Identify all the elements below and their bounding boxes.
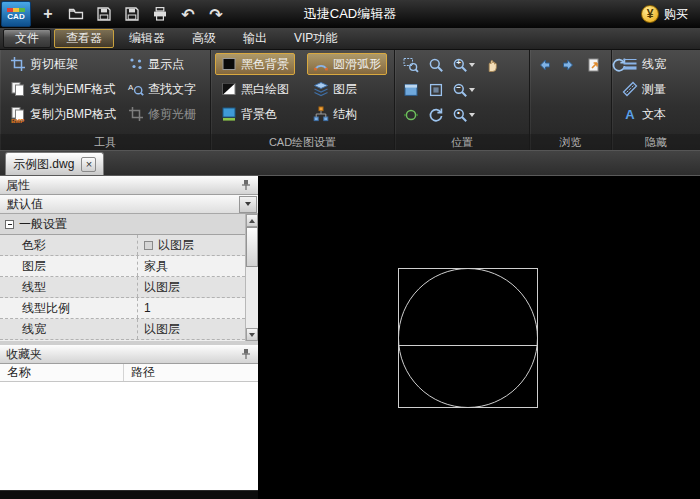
property-value[interactable]: 以图层	[138, 235, 245, 255]
black-background-button[interactable]: 黑色背景	[215, 53, 295, 75]
forward-button[interactable]	[557, 53, 580, 76]
text-a-icon: A	[622, 106, 638, 122]
drawing-canvas[interactable]	[258, 176, 700, 499]
chevron-up-icon	[249, 219, 255, 223]
favorites-list[interactable]	[0, 382, 258, 490]
menu-tab-viewer[interactable]: 查看器	[54, 29, 114, 48]
table-row[interactable]: 线型 以图层	[0, 277, 245, 298]
document-tab[interactable]: 示例图.dwg ×	[5, 152, 104, 175]
forward-arrow-icon	[561, 57, 577, 73]
show-points-button[interactable]: 显示点	[122, 53, 202, 75]
bylayer-checkbox[interactable]	[144, 241, 153, 250]
drawn-circle	[399, 269, 538, 408]
back-arrow-icon	[536, 57, 552, 73]
property-name: 色彩	[0, 235, 138, 255]
refresh-icon	[428, 107, 444, 123]
table-row[interactable]: 图层 家具	[0, 256, 245, 277]
column-header-name[interactable]: 名称	[0, 364, 124, 381]
pin-icon[interactable]	[240, 179, 252, 191]
table-row[interactable]: 线型比例 1	[0, 298, 245, 319]
bw-drawing-button[interactable]: 黑白绘图	[215, 78, 295, 100]
menu-tab-bar: 文件 查看器 编辑器 高级 输出 VIP功能	[0, 28, 700, 50]
tools-group-label: 工具	[0, 134, 210, 150]
scrollbar-thumb[interactable]	[246, 227, 258, 267]
property-value[interactable]: 以图层	[138, 277, 245, 297]
property-value[interactable]: 家具	[138, 256, 245, 276]
hide-content: 线宽 测量 A 文本	[612, 50, 700, 134]
find-text-button[interactable]: A 查找文字	[122, 78, 202, 100]
trim-raster-button: 修剪光栅	[122, 103, 202, 125]
save-button[interactable]	[90, 2, 118, 26]
find-text-icon: A	[128, 81, 144, 97]
ribbon-group-browse: 浏览	[530, 50, 612, 150]
structure-label: 结构	[333, 106, 357, 123]
text-button[interactable]: A 文本	[616, 103, 672, 125]
chevron-down-icon	[469, 113, 475, 117]
collapse-icon[interactable]	[5, 220, 14, 229]
vertical-scrollbar[interactable]	[245, 214, 258, 341]
zoom-extents-split-button[interactable]: •	[449, 106, 478, 124]
background-color-button[interactable]: 背景色	[215, 103, 295, 125]
bottom-bar	[0, 490, 258, 499]
find-text-label: 查找文字	[148, 81, 196, 98]
structure-button[interactable]: 结构	[307, 103, 387, 125]
pan-button[interactable]	[480, 53, 503, 76]
zoom-box-button[interactable]	[424, 78, 447, 101]
close-tab-button[interactable]: ×	[81, 157, 96, 172]
back-button[interactable]	[532, 53, 555, 76]
menu-tab-advanced[interactable]: 高级	[180, 29, 228, 48]
property-grid: 一般设置 色彩 以图层 图层 家具 线型 以图层 线型比例 1 线宽 以图层	[0, 214, 258, 341]
smooth-arc-button[interactable]: 圆滑弧形	[307, 53, 387, 75]
save-as-icon	[124, 6, 140, 22]
zoom-in-split-button[interactable]: +	[449, 56, 478, 74]
line-width-button[interactable]: 线宽	[616, 53, 672, 75]
crop-frame-button[interactable]: 剪切框架	[4, 53, 122, 75]
black-background-label: 黑色背景	[241, 56, 289, 73]
table-row[interactable]: 线宽 以图层	[0, 319, 245, 340]
property-value[interactable]: 1	[138, 298, 245, 318]
properties-title: 属性	[6, 177, 30, 194]
measure-button[interactable]: 测量	[616, 78, 672, 100]
copy-emf-icon	[10, 81, 26, 97]
table-row[interactable]: 色彩 以图层	[0, 235, 245, 256]
orbit-button[interactable]	[399, 103, 422, 126]
menu-tab-file[interactable]: 文件	[3, 29, 51, 48]
column-header-path[interactable]: 路径	[124, 364, 258, 381]
pin-icon[interactable]	[240, 348, 252, 360]
zoom-dynamic-button[interactable]	[424, 53, 447, 76]
new-file-button[interactable]: +	[34, 2, 62, 26]
position-group-label: 位置	[395, 134, 529, 150]
layers-button[interactable]: 图层	[307, 78, 387, 100]
draw-settings-content: 黑色背景 黑白绘图 背景色 圆滑弧形	[211, 50, 394, 134]
preset-dropdown[interactable]: 默认值	[0, 195, 258, 214]
property-group-row[interactable]: 一般设置	[0, 214, 245, 235]
save-as-button[interactable]	[118, 2, 146, 26]
favorites-panel-header: 收藏夹	[0, 345, 258, 364]
zoom-out-split-button[interactable]: −	[449, 81, 478, 99]
show-points-icon	[128, 56, 144, 72]
zoom-object-button[interactable]	[399, 78, 422, 101]
line-width-icon	[622, 56, 638, 72]
print-button[interactable]	[146, 2, 174, 26]
copy-emf-button[interactable]: 复制为EMF格式	[4, 78, 122, 100]
zoom-out-icon: −	[452, 82, 468, 98]
menu-tab-editor[interactable]: 编辑器	[117, 29, 177, 48]
view-restore-button[interactable]	[582, 53, 605, 76]
zoom-refresh-button[interactable]	[424, 103, 447, 126]
copy-bmp-button[interactable]: BMP 复制为BMP格式	[4, 103, 122, 125]
buy-button[interactable]: ¥ 购买	[641, 0, 688, 28]
hide-group-label: 隐藏	[612, 134, 700, 150]
redo-button[interactable]: ↷	[202, 2, 230, 26]
ribbon-group-position: + − •	[395, 50, 530, 150]
scroll-up-button[interactable]	[246, 214, 258, 227]
undo-button[interactable]: ↶	[174, 2, 202, 26]
redo-icon: ↷	[209, 5, 222, 24]
open-file-button[interactable]	[62, 2, 90, 26]
zoom-window-button[interactable]	[399, 53, 422, 76]
scroll-down-button[interactable]	[246, 328, 258, 341]
dropdown-arrow-button[interactable]	[239, 196, 257, 213]
menu-tab-output[interactable]: 输出	[231, 29, 279, 48]
menu-tab-vip[interactable]: VIP功能	[282, 29, 349, 48]
property-value[interactable]: 以图层	[138, 319, 245, 339]
position-content: + − •	[395, 50, 529, 134]
